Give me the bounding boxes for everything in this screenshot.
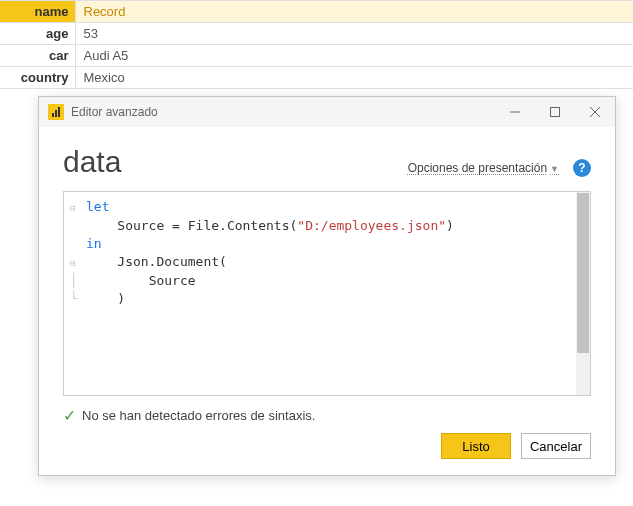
field-value[interactable]: Audi A5 (75, 45, 633, 67)
table-row: country Mexico (0, 67, 633, 89)
minimize-button[interactable] (495, 97, 535, 127)
scrollbar-thumb[interactable] (577, 193, 589, 353)
button-row: Listo Cancelar (63, 433, 591, 459)
table-row: car Audi A5 (0, 45, 633, 67)
field-label: age (0, 23, 75, 45)
table-row: name Record (0, 1, 633, 23)
cancel-button[interactable]: Cancelar (521, 433, 591, 459)
code-keyword: let (86, 198, 109, 217)
svg-rect-3 (58, 107, 60, 117)
check-icon: ✓ (63, 406, 76, 425)
svg-rect-1 (52, 113, 54, 117)
titlebar[interactable]: Editor avanzado (39, 97, 615, 127)
svg-rect-2 (55, 110, 57, 117)
header-row: data Opciones de presentación▼ ? (63, 145, 591, 179)
maximize-button[interactable] (535, 97, 575, 127)
help-icon[interactable]: ? (573, 159, 591, 177)
powerbi-icon (47, 103, 65, 121)
field-value[interactable]: Record (75, 1, 633, 23)
dialog-body: data Opciones de presentación▼ ? ⊟let So… (39, 127, 615, 475)
header-actions: Opciones de presentación▼ ? (408, 159, 591, 177)
window-controls (495, 97, 615, 127)
display-options-label: Opciones de presentación (408, 161, 547, 175)
code-keyword: in (86, 235, 102, 253)
field-label: car (0, 45, 75, 67)
close-button[interactable] (575, 97, 615, 127)
record-table: name Record age 53 car Audi A5 country M… (0, 0, 633, 89)
query-name: data (63, 145, 121, 179)
status-text: No se han detectado errores de sintaxis. (82, 408, 315, 423)
field-value[interactable]: Mexico (75, 67, 633, 89)
field-label: country (0, 67, 75, 89)
code-scrollbar[interactable] (576, 192, 590, 395)
display-options-dropdown[interactable]: Opciones de presentación▼ (408, 161, 559, 176)
chevron-down-icon: ▼ (550, 164, 559, 174)
code-editor[interactable]: ⊟let Source = File.Contents("D:/employee… (63, 191, 591, 396)
advanced-editor-dialog: Editor avanzado data Opciones de present… (38, 96, 616, 476)
field-value[interactable]: 53 (75, 23, 633, 45)
syntax-status: ✓ No se han detectado errores de sintaxi… (63, 396, 591, 433)
svg-rect-5 (551, 108, 560, 117)
dialog-title: Editor avanzado (71, 105, 495, 119)
done-button[interactable]: Listo (441, 433, 511, 459)
table-row: age 53 (0, 23, 633, 45)
field-label: name (0, 1, 75, 23)
